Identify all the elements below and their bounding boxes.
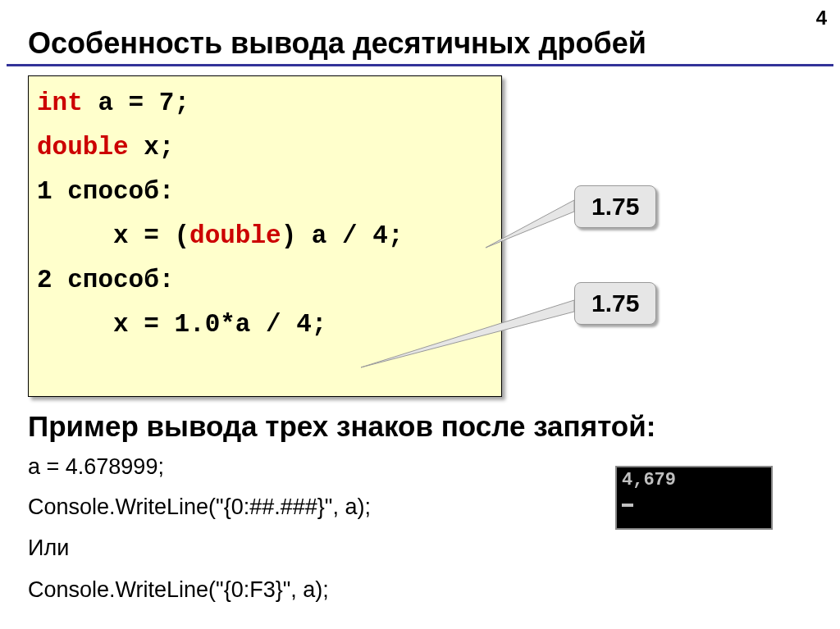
code-text: x = (	[37, 221, 189, 250]
keyword-int: int	[37, 89, 83, 117]
code-box: int a = 7; double x; 1 способ: x = (doub…	[28, 75, 502, 397]
example-line-2: Console.WriteLine("{0:##.###}", a);	[28, 495, 371, 520]
console-output-box: 4,679	[615, 466, 773, 530]
keyword-double: double	[37, 133, 129, 162]
console-output-text: 4,679	[622, 471, 766, 490]
callout-value-1: 1.75	[574, 185, 656, 228]
slide-title: Особенность вывода десятичных дробей	[28, 26, 646, 61]
example-line-1: a = 4.678999;	[28, 454, 164, 480]
example-line-4: Console.WriteLine("{0:F3}", a);	[28, 577, 329, 603]
code-text: x;	[129, 133, 175, 162]
callout-value-2: 1.75	[574, 282, 656, 325]
console-cursor	[622, 504, 633, 507]
slide: 4 Особенность вывода десятичных дробей i…	[0, 0, 840, 629]
code-text: 1 способ:	[37, 177, 174, 206]
subheading: Пример вывода трех знаков после запятой:	[28, 410, 655, 443]
code-text: x = 1.0*a / 4;	[37, 310, 326, 339]
keyword-double: double	[189, 221, 281, 250]
page-number: 4	[816, 7, 827, 30]
code-text: 2 способ:	[37, 266, 174, 294]
title-underline	[7, 64, 833, 66]
code-text: a = 7;	[83, 89, 189, 117]
code-text: ) a / 4;	[281, 221, 404, 250]
example-line-3: Или	[28, 536, 69, 561]
